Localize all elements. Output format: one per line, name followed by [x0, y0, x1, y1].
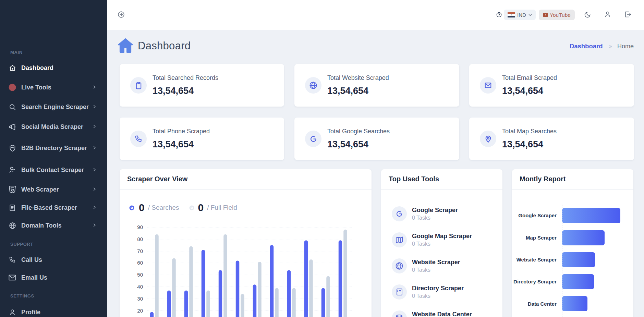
svg-text:90: 90 [137, 224, 143, 230]
svg-text:60: 60 [137, 260, 143, 266]
svg-text:40: 40 [137, 284, 143, 290]
svg-text:20: 20 [137, 308, 143, 314]
svg-text:70: 70 [137, 248, 143, 254]
svg-text:80: 80 [137, 236, 143, 242]
svg-text:50: 50 [137, 272, 143, 278]
svg-text:30: 30 [137, 296, 143, 302]
